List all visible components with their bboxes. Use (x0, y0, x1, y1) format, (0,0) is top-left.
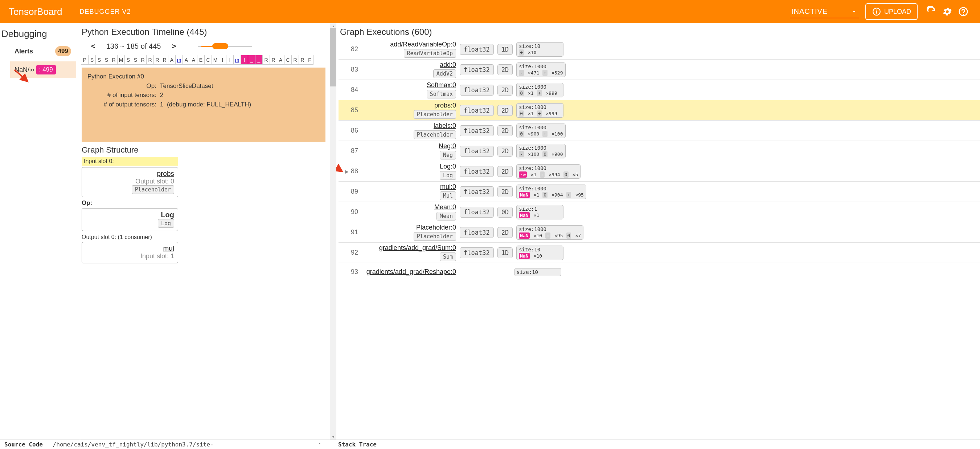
settings-button[interactable] (941, 5, 954, 18)
timeline-cell[interactable]: R (262, 55, 270, 65)
timeline-cell[interactable]: S (103, 55, 110, 65)
timeline-cell[interactable]: _ (255, 55, 262, 65)
mid-scrollbar[interactable]: ▴ ▾ (330, 23, 336, 439)
graph-executions-panel: Graph Executions (600) 82 add/ReadVariab… (336, 23, 980, 439)
timeline-slider[interactable] (187, 46, 316, 47)
graph-exec-row[interactable]: 83 add:0AddV2 float32 2D size:1000- ×471… (339, 59, 980, 80)
timeline-cell[interactable]: C (285, 55, 292, 65)
timeline-cell[interactable]: R (146, 55, 154, 65)
graph-exec-row[interactable]: 86 labels:0Placeholder float32 2D size:1… (339, 121, 980, 141)
timeline-cell[interactable]: S (132, 55, 139, 65)
timeline-cell[interactable]: R (292, 55, 299, 65)
timeline-title: Python Execution Timeline (445) (80, 27, 327, 39)
timeline-cell[interactable]: A (169, 55, 176, 65)
graph-exec-row[interactable]: 89 mul:0Mul float32 2D size:1000NaN ×1 0… (339, 182, 980, 202)
timeline-cell[interactable]: R (110, 55, 118, 65)
timeline-cell[interactable]: C (205, 55, 212, 65)
timeline-next-button[interactable]: > (172, 42, 176, 51)
timeline-cell[interactable]: A (190, 55, 197, 65)
timeline-cell[interactable]: P (81, 55, 89, 65)
input-node[interactable]: probs Output slot: 0 Placeholder (82, 167, 178, 197)
alerts-header: Alerts 499 (0, 44, 80, 59)
chevron-down-icon (851, 8, 858, 15)
timeline-cell[interactable]: E (197, 55, 205, 65)
timeline-cell[interactable]: S (89, 55, 96, 65)
graph-exec-row[interactable]: 92 gradients/add_grad/Sum:0Sum float32 1… (339, 243, 980, 263)
app-header: TensorBoard DEBUGGER V2 INACTIVE UPLOAD (0, 0, 980, 23)
current-op-node[interactable]: Log Log (82, 208, 178, 231)
graph-exec-row[interactable]: 91 Placeholder:0Placeholder float32 2D s… (339, 222, 980, 243)
graph-exec-row[interactable]: 93 gradients/add_grad/Reshape:0 size:10 (339, 263, 980, 281)
reload-icon (926, 6, 937, 17)
execution-detail-box: Python Execution #0 Op:TensorSliceDatase… (82, 67, 325, 142)
runs-selector[interactable]: INACTIVE (790, 5, 859, 18)
help-button[interactable] (957, 5, 970, 18)
timeline-cell[interactable]: m (176, 55, 183, 65)
timeline-cell[interactable]: R (161, 55, 169, 65)
graph-exec-row[interactable]: ▶88 Log:0Log float32 2D size:1000-∞ ×1 -… (339, 161, 980, 182)
graph-exec-row[interactable]: 84 Softmax:0Softmax float32 2D size:1000… (339, 80, 980, 100)
timeline-cell[interactable]: A (183, 55, 190, 65)
upload-button[interactable]: UPLOAD (865, 3, 918, 20)
alert-count-pill: : 499 (36, 65, 56, 75)
brand-title: TensorBoard (9, 6, 62, 18)
timeline-cell[interactable]: I (219, 55, 226, 65)
timeline-cell[interactable]: F (306, 55, 313, 65)
timeline-cell[interactable]: m (234, 55, 241, 65)
sidebar: Debugging Alerts 499 NaN/∞: 499 (0, 23, 80, 439)
timeline-cell[interactable]: R (139, 55, 146, 65)
graph-structure-panel: Graph Structure Input slot 0: probs Outp… (80, 142, 327, 264)
timeline-cell[interactable]: ! (241, 55, 248, 65)
page-title: Debugging (0, 28, 80, 44)
timeline-cell[interactable]: S (96, 55, 103, 65)
timeline-cell[interactable]: A (277, 55, 285, 65)
gear-icon (942, 6, 953, 17)
timeline-cell[interactable]: R (299, 55, 306, 65)
graph-exec-title: Graph Executions (600) (339, 27, 980, 39)
timeline-prev-button[interactable]: < (91, 42, 95, 51)
timeline-cell[interactable]: I (226, 55, 234, 65)
reload-button[interactable] (925, 5, 938, 18)
graph-exec-row[interactable]: 90 Mean:0Mean float32 0D size:1NaN ×1 (339, 202, 980, 222)
timeline-cell[interactable]: R (270, 55, 277, 65)
timeline-cell[interactable]: _ (248, 55, 255, 65)
output-node[interactable]: mul Input slot: 1 (82, 242, 178, 264)
mid-panel: Python Execution Timeline (445) < 136 ~ … (80, 23, 327, 439)
help-icon (958, 6, 969, 17)
timeline-cell[interactable]: R (154, 55, 161, 65)
graph-exec-row[interactable]: 82 add/ReadVariableOp:0ReadVariableOp fl… (339, 39, 980, 59)
graph-exec-row[interactable]: 85 probs:0Placeholder float32 2D size:10… (339, 100, 980, 121)
graph-exec-row[interactable]: 87 Neg:0Neg float32 2D size:1000- ×100 0… (339, 141, 980, 161)
timeline-cell[interactable]: S (125, 55, 132, 65)
tab-debugger[interactable]: DEBUGGER V2 (80, 0, 130, 24)
timeline-range: 136 ~ 185 of 445 (106, 42, 161, 51)
alerts-count-badge: 499 (55, 46, 71, 56)
timeline-cell[interactable]: M (118, 55, 125, 65)
timeline-cells: PSSSRMSSRRRRAmAAECMIIm!__RRACRRF (81, 55, 326, 65)
info-icon (872, 7, 881, 16)
timeline-cell[interactable]: M (212, 55, 219, 65)
alert-item-nan[interactable]: NaN/∞: 499 (10, 61, 76, 78)
